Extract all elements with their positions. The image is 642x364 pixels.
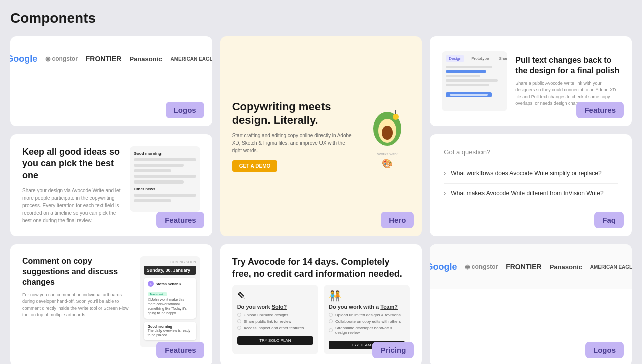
comment-reply-name: Good morning [148, 325, 192, 328]
plan-solo-title: Do you work Solo? [237, 304, 313, 310]
pricing-heading: Try Avocode for 14 days. Completely free… [232, 256, 410, 280]
features-pull-preview: Design Prototype Share [442, 51, 507, 111]
plan-team-title: Do you work with a Team? [329, 304, 405, 310]
faq-badge: Faq [594, 212, 624, 228]
plan-team-feature-2: Collaborate on copy edits with others [329, 319, 405, 324]
plan-solo-icon: ✎ [237, 290, 313, 302]
features-ideas-text: Keep all good ideas so you can pick the … [22, 146, 124, 224]
design-tab-share: Share [496, 55, 507, 62]
plan-team-feature-3: Streamline developer hand-off & design r… [329, 326, 405, 335]
comment-label: Travis said: [148, 292, 167, 296]
page-title: Components [10, 10, 632, 26]
features-ideas-preview: Good morning Other news [130, 146, 200, 212]
logo2-congstor: ◉ congstor [465, 263, 498, 270]
logo2-frontier: FRONTIER [506, 263, 542, 271]
faq-heading: Got a question? [444, 148, 618, 156]
pricing-badge: Pricing [372, 342, 414, 358]
card-features-ideas[interactable]: Keep all good ideas so you can pick the … [10, 134, 212, 236]
features-ideas-description: Share your design via Avocode Write and … [22, 187, 124, 224]
logo-american-eagle: AMERICAN EAGLE [170, 56, 212, 62]
plan-solo-check-2 [237, 319, 241, 323]
hero-cta-button[interactable]: GET A DEMO [232, 160, 278, 172]
hero-badge: Hero [381, 212, 414, 228]
plan-team-check-3 [329, 328, 333, 332]
card-logos[interactable]: Google ◉ congstor FRONTIER Panasonic AME… [10, 36, 212, 126]
plan-team-check-2 [329, 319, 333, 323]
hero-avocado-icon [365, 103, 410, 148]
plan-team-icon: 🧑‍🤝‍🧑 [329, 290, 405, 302]
hero-text: Copywriting meets design. Literally. Sta… [232, 100, 355, 172]
plan-solo: ✎ Do you work Solo? Upload unlimited des… [232, 285, 318, 354]
features-ideas-badge: Features [156, 212, 204, 228]
features-comment-heading: Comment on copy suggestions and discuss … [22, 256, 134, 287]
logo2-american-eagle: AMERICAN EAGLE [590, 264, 632, 270]
comment-name: Stefan Settanik [156, 282, 182, 286]
features-pull-text: Pull text changes back to the design for… [515, 55, 620, 107]
comment-bubble-1: S Stefan Settanik Travis said: @John won… [144, 278, 196, 318]
logos-badge: Logos [166, 102, 204, 118]
card-hero[interactable]: Copywriting meets design. Literally. Sta… [220, 36, 422, 236]
logo-google: Google [10, 54, 37, 64]
plan-solo-feature-1: Upload unlimited designs [237, 313, 313, 317]
plan-team-check-1 [329, 313, 333, 317]
comment-text: @John won't make this more conversationa… [148, 297, 192, 315]
plan-solo-feature-3: Access inspect and other features [237, 326, 313, 330]
features-comment-text: Comment on copy suggestions and discuss … [22, 256, 134, 318]
design-tab-design: Design [446, 55, 464, 62]
faq-item-1[interactable]: › What workflows does Avocode Write simp… [444, 164, 618, 184]
logo2-google: Google [430, 262, 457, 272]
components-grid: Google ◉ congstor FRONTIER Panasonic AME… [10, 36, 632, 364]
faq-chevron-2: › [444, 190, 446, 197]
features-pull-heading: Pull text changes back to the design for… [515, 55, 620, 76]
plan-solo-feature-2: Share public link for review [237, 319, 313, 324]
features-pull-badge: Features [576, 102, 624, 118]
faq-text-1: What workflows does Avocode Write simpli… [451, 170, 618, 177]
hero-description: Start crafting and editing copy online d… [232, 132, 355, 154]
card-logos-2[interactable]: Google ◉ congstor FRONTIER Panasonic AME… [430, 244, 632, 364]
logo-panasonic: Panasonic [129, 55, 162, 63]
design-tab-prototype: Prototype [468, 55, 492, 62]
svg-point-3 [393, 114, 399, 120]
faq-item-2[interactable]: › What makes Avocode Write different fro… [444, 184, 618, 203]
comment-bubble-2: Good morning The daily overview is ready… [144, 322, 196, 340]
logo2-panasonic: Panasonic [550, 263, 582, 271]
faq-text-2: What makes Avocode Write different from … [451, 190, 618, 197]
features-comment-description: For now you can comment on individual ar… [22, 292, 134, 319]
plan-solo-check-1 [237, 313, 241, 317]
comment-avatar: S [148, 281, 154, 287]
card-features-comment[interactable]: Comment on copy suggestions and discuss … [10, 244, 212, 364]
faq-chevron-1: › [444, 170, 446, 177]
logo-frontier: FRONTIER [86, 55, 122, 63]
features-ideas-heading: Keep all good ideas so you can pick the … [22, 146, 124, 181]
logo-congstor: ◉ congstor [45, 55, 78, 62]
works-with-label: Works with: [377, 152, 398, 156]
plan-solo-check-3 [237, 326, 241, 330]
features-comment-preview: COMING SOON Sunday, 30. January S Stefan… [140, 256, 200, 347]
logos-container: Google ◉ congstor FRONTIER Panasonic AME… [10, 36, 212, 81]
logos2-badge: Logos [585, 342, 624, 358]
plan-solo-button[interactable]: TRY SOLO PLAN [237, 336, 313, 345]
hero-heading: Copywriting meets design. Literally. [232, 100, 355, 127]
comment-reply-text: The daily overview is ready to be placed… [148, 328, 192, 337]
logos2-container: Google ◉ congstor FRONTIER Panasonic AME… [430, 244, 632, 289]
card-faq[interactable]: Got a question? › What workflows does Av… [430, 134, 632, 236]
svg-point-2 [382, 126, 393, 140]
plan-team-feature-1: Upload unlimited designs & revisions [329, 313, 405, 317]
features-comment-badge: Features [156, 342, 204, 358]
works-with-icons: 🎨 [382, 158, 393, 169]
card-features-pull[interactable]: Design Prototype Share Pull text changes… [430, 36, 632, 126]
card-pricing[interactable]: Try Avocode for 14 days. Completely free… [220, 244, 422, 364]
faq-inner: Got a question? › What workflows does Av… [430, 134, 632, 217]
